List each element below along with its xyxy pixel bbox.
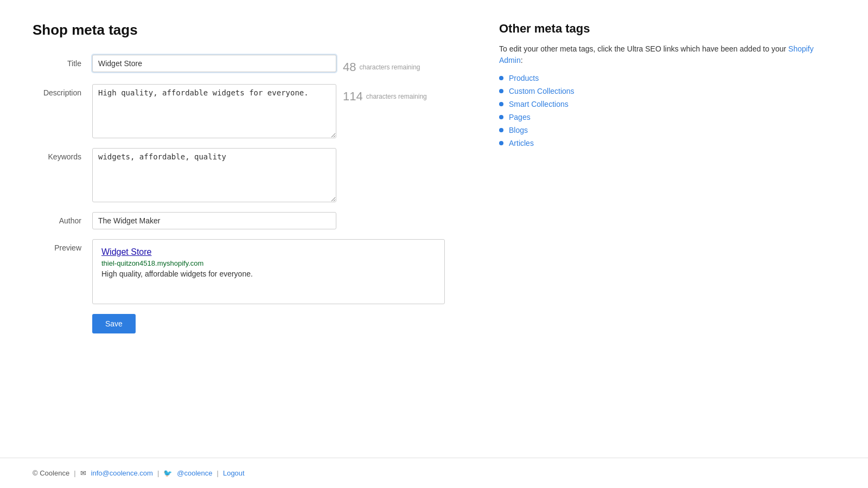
preview-box: Widget Store thiel-quitzon4518.myshopify…	[92, 239, 445, 304]
page-title: Shop meta tags	[33, 22, 456, 38]
meta-link[interactable]: Products	[509, 74, 539, 82]
footer-logout-link[interactable]: Logout	[223, 469, 245, 477]
email-icon	[80, 469, 86, 477]
description-chars-number: 114	[343, 89, 363, 104]
title-chars-number: 48	[343, 60, 356, 74]
description-chars-label: characters remaining	[366, 89, 427, 100]
bullet-icon	[499, 76, 503, 80]
preview-label: Preview	[33, 239, 92, 252]
title-label: Title	[33, 55, 92, 68]
footer-sep2: |	[157, 469, 159, 477]
title-input[interactable]	[92, 55, 336, 72]
bullet-icon	[499, 141, 503, 145]
meta-link[interactable]: Pages	[509, 113, 531, 121]
preview-url: thiel-quitzon4518.myshopify.com	[101, 259, 436, 267]
other-meta-desc-part1: To edit your other meta tags, click the …	[499, 44, 788, 53]
description-char-count: 114 characters remaining	[343, 84, 427, 104]
footer-twitter-link[interactable]: @coolence	[177, 469, 212, 477]
footer-copyright: © Coolence	[33, 469, 69, 477]
other-meta-description: To edit your other meta tags, click the …	[499, 43, 835, 66]
author-input[interactable]	[92, 212, 336, 229]
main-content: Shop meta tags Title 48 characters remai…	[0, 0, 868, 458]
footer-sep3: |	[217, 469, 219, 477]
preview-field-wrapper: Widget Store thiel-quitzon4518.myshopify…	[92, 239, 445, 304]
meta-link[interactable]: Custom Collections	[509, 87, 575, 95]
keywords-textarea[interactable]	[92, 148, 336, 202]
keywords-row: Keywords	[33, 148, 456, 202]
other-meta-title: Other meta tags	[499, 22, 835, 36]
meta-link[interactable]: Smart Collections	[509, 100, 569, 108]
save-button[interactable]: Save	[92, 314, 136, 333]
list-item: Pages	[499, 113, 835, 121]
preview-desc: High quality, affordable widgets for eve…	[101, 269, 436, 278]
author-field-wrapper	[92, 212, 336, 229]
left-section: Shop meta tags Title 48 characters remai…	[33, 22, 456, 436]
preview-row: Preview Widget Store thiel-quitzon4518.m…	[33, 239, 456, 304]
author-row: Author	[33, 212, 456, 229]
list-item: Smart Collections	[499, 100, 835, 108]
bullet-icon	[499, 115, 503, 119]
page-wrapper: Shop meta tags Title 48 characters remai…	[0, 0, 868, 488]
description-label: Description	[33, 84, 92, 97]
bullet-icon	[499, 89, 503, 93]
meta-link[interactable]: Articles	[509, 139, 534, 147]
title-field-wrapper: 48 characters remaining	[92, 55, 420, 74]
description-field-wrapper: 114 characters remaining	[92, 84, 427, 138]
description-textarea[interactable]	[92, 84, 336, 138]
twitter-icon	[163, 469, 172, 477]
keywords-field-wrapper	[92, 148, 336, 202]
list-item: Articles	[499, 139, 835, 147]
footer-sep1: |	[74, 469, 75, 477]
author-label: Author	[33, 212, 92, 225]
list-item: Custom Collections	[499, 87, 835, 95]
title-char-count: 48 characters remaining	[343, 55, 420, 74]
keywords-label: Keywords	[33, 148, 92, 161]
bullet-icon	[499, 102, 503, 106]
footer-email-link[interactable]: info@coolence.com	[91, 469, 153, 477]
title-row: Title 48 characters remaining	[33, 55, 456, 74]
meta-link[interactable]: Blogs	[509, 126, 528, 134]
footer: © Coolence | info@coolence.com | @coolen…	[0, 458, 868, 488]
right-section: Other meta tags To edit your other meta …	[499, 22, 835, 436]
other-meta-desc-part2: :	[521, 56, 523, 65]
bullet-icon	[499, 128, 503, 132]
preview-title: Widget Store	[101, 247, 436, 257]
list-item: Blogs	[499, 126, 835, 134]
title-chars-label: characters remaining	[359, 60, 420, 71]
meta-links-list: ProductsCustom CollectionsSmart Collecti…	[499, 74, 835, 147]
description-row: Description 114 characters remaining	[33, 84, 456, 138]
list-item: Products	[499, 74, 835, 82]
